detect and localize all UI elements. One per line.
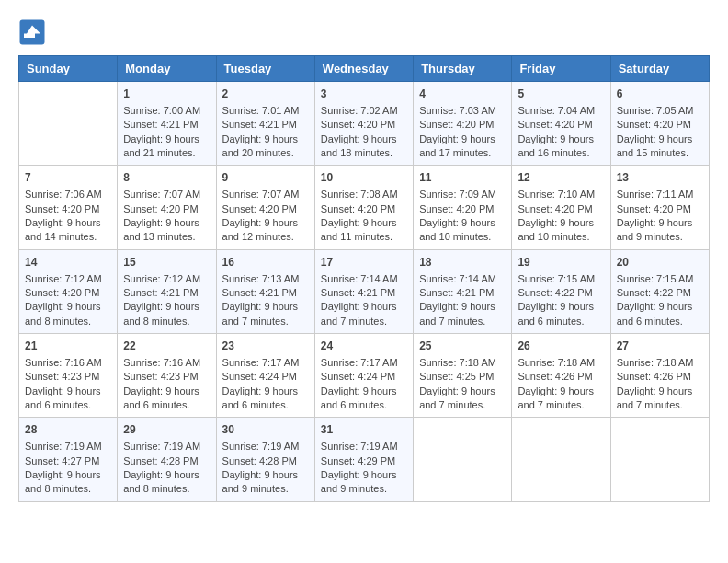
calendar-cell: 23Sunrise: 7:17 AMSunset: 4:24 PMDayligh… <box>216 334 314 418</box>
day-info: Sunset: 4:20 PM <box>419 118 506 132</box>
day-info: Daylight: 9 hours <box>222 300 309 314</box>
day-info: Sunset: 4:29 PM <box>321 454 407 468</box>
calendar-cell: 11Sunrise: 7:09 AMSunset: 4:20 PMDayligh… <box>414 166 512 249</box>
day-number: 1 <box>123 86 210 102</box>
day-info: and 6 minutes. <box>518 315 604 328</box>
day-info: Sunset: 4:28 PM <box>123 454 210 468</box>
day-info: Sunrise: 7:09 AM <box>419 188 506 201</box>
day-number: 21 <box>25 339 111 354</box>
calendar-cell: 2Sunrise: 7:01 AMSunset: 4:21 PMDaylight… <box>216 82 314 166</box>
day-info: and 7 minutes. <box>419 315 506 328</box>
day-info: and 6 minutes. <box>123 398 210 412</box>
day-number: 28 <box>25 422 111 438</box>
day-header-tuesday: Tuesday <box>216 56 314 82</box>
calendar-cell: 27Sunrise: 7:18 AMSunset: 4:26 PMDayligh… <box>610 334 709 418</box>
week-row-4: 21Sunrise: 7:16 AMSunset: 4:23 PMDayligh… <box>19 334 710 418</box>
day-header-monday: Monday <box>118 56 216 82</box>
day-info: Daylight: 9 hours <box>617 132 703 146</box>
day-info: and 9 minutes. <box>617 230 703 244</box>
day-info: Sunrise: 7:17 AM <box>222 356 309 370</box>
day-info: Sunset: 4:21 PM <box>419 286 506 300</box>
day-number: 22 <box>123 339 210 354</box>
day-info: Sunrise: 7:06 AM <box>25 188 111 201</box>
day-info: Sunset: 4:20 PM <box>617 202 703 216</box>
day-info: Sunrise: 7:17 AM <box>321 356 407 370</box>
day-info: Sunset: 4:20 PM <box>419 202 506 216</box>
day-info: Daylight: 9 hours <box>518 132 604 146</box>
calendar-cell: 9Sunrise: 7:07 AMSunset: 4:20 PMDaylight… <box>216 166 314 249</box>
day-info: Sunset: 4:20 PM <box>518 118 604 132</box>
calendar-cell: 3Sunrise: 7:02 AMSunset: 4:20 PMDaylight… <box>314 82 413 166</box>
calendar-cell: 26Sunrise: 7:18 AMSunset: 4:26 PMDayligh… <box>512 334 610 418</box>
day-number: 9 <box>222 170 309 186</box>
day-info: Sunset: 4:22 PM <box>518 286 604 300</box>
calendar-cell: 30Sunrise: 7:19 AMSunset: 4:28 PMDayligh… <box>216 418 314 501</box>
day-info: Sunset: 4:21 PM <box>123 118 210 132</box>
day-info: and 8 minutes. <box>25 482 111 496</box>
day-info: and 8 minutes. <box>123 315 210 328</box>
day-info: Sunrise: 7:11 AM <box>617 188 703 201</box>
calendar-cell: 14Sunrise: 7:12 AMSunset: 4:20 PMDayligh… <box>19 249 118 333</box>
day-info: and 10 minutes. <box>419 230 506 244</box>
day-info: Daylight: 9 hours <box>617 300 703 314</box>
day-info: Daylight: 9 hours <box>123 468 210 482</box>
day-info: Sunrise: 7:19 AM <box>25 440 111 454</box>
day-info: Daylight: 9 hours <box>321 468 407 482</box>
week-row-3: 14Sunrise: 7:12 AMSunset: 4:20 PMDayligh… <box>19 249 710 333</box>
calendar-cell: 6Sunrise: 7:05 AMSunset: 4:20 PMDaylight… <box>610 82 709 166</box>
day-info: Sunset: 4:21 PM <box>321 286 407 300</box>
day-number: 24 <box>321 339 407 354</box>
day-info: and 7 minutes. <box>321 315 407 328</box>
day-info: Daylight: 9 hours <box>25 385 111 398</box>
day-number: 4 <box>419 86 506 102</box>
day-info: Sunset: 4:26 PM <box>518 370 604 384</box>
day-info: Sunrise: 7:00 AM <box>123 104 210 118</box>
calendar-cell: 4Sunrise: 7:03 AMSunset: 4:20 PMDaylight… <box>414 82 512 166</box>
day-info: and 6 minutes. <box>321 398 407 412</box>
day-info: Sunrise: 7:19 AM <box>222 440 309 454</box>
day-header-sunday: Sunday <box>19 56 118 82</box>
calendar-cell: 28Sunrise: 7:19 AMSunset: 4:27 PMDayligh… <box>19 418 118 501</box>
calendar-cell: 24Sunrise: 7:17 AMSunset: 4:24 PMDayligh… <box>314 334 413 418</box>
day-info: Daylight: 9 hours <box>518 300 604 314</box>
day-info: Sunset: 4:28 PM <box>222 454 309 468</box>
day-number: 3 <box>321 86 407 102</box>
day-number: 5 <box>518 86 604 102</box>
calendar-cell: 29Sunrise: 7:19 AMSunset: 4:28 PMDayligh… <box>118 418 216 501</box>
day-info: Sunset: 4:21 PM <box>123 286 210 300</box>
day-number: 15 <box>123 255 210 270</box>
day-info: and 8 minutes. <box>123 482 210 496</box>
day-info: Daylight: 9 hours <box>419 385 506 398</box>
day-info: and 17 minutes. <box>419 146 506 160</box>
day-info: Daylight: 9 hours <box>222 216 309 230</box>
day-info: Sunrise: 7:04 AM <box>518 104 604 118</box>
calendar-cell: 25Sunrise: 7:18 AMSunset: 4:25 PMDayligh… <box>414 334 512 418</box>
day-info: Sunset: 4:23 PM <box>123 370 210 384</box>
day-info: Daylight: 9 hours <box>123 300 210 314</box>
logo-icon <box>18 18 46 46</box>
day-info: and 21 minutes. <box>123 146 210 160</box>
header-row: SundayMondayTuesdayWednesdayThursdayFrid… <box>19 56 710 82</box>
day-info: Sunrise: 7:18 AM <box>419 356 506 370</box>
day-number: 13 <box>617 170 703 186</box>
calendar-cell: 7Sunrise: 7:06 AMSunset: 4:20 PMDaylight… <box>19 166 118 249</box>
day-info: Sunrise: 7:16 AM <box>123 356 210 370</box>
day-info: Sunrise: 7:12 AM <box>123 272 210 286</box>
day-info: and 16 minutes. <box>518 146 604 160</box>
calendar-cell: 18Sunrise: 7:14 AMSunset: 4:21 PMDayligh… <box>414 249 512 333</box>
calendar-cell: 1Sunrise: 7:00 AMSunset: 4:21 PMDaylight… <box>118 82 216 166</box>
calendar-cell: 17Sunrise: 7:14 AMSunset: 4:21 PMDayligh… <box>314 249 413 333</box>
day-info: and 9 minutes. <box>321 482 407 496</box>
day-info: Sunrise: 7:07 AM <box>222 188 309 201</box>
day-info: and 13 minutes. <box>123 230 210 244</box>
day-info: Sunset: 4:20 PM <box>25 202 111 216</box>
day-info: and 15 minutes. <box>617 146 703 160</box>
day-info: Daylight: 9 hours <box>518 385 604 398</box>
day-info: Sunset: 4:20 PM <box>123 202 210 216</box>
day-info: and 12 minutes. <box>222 230 309 244</box>
calendar-cell: 16Sunrise: 7:13 AMSunset: 4:21 PMDayligh… <box>216 249 314 333</box>
day-number: 19 <box>518 255 604 270</box>
day-info: Daylight: 9 hours <box>321 300 407 314</box>
day-number: 18 <box>419 255 506 270</box>
day-info: Daylight: 9 hours <box>419 132 506 146</box>
